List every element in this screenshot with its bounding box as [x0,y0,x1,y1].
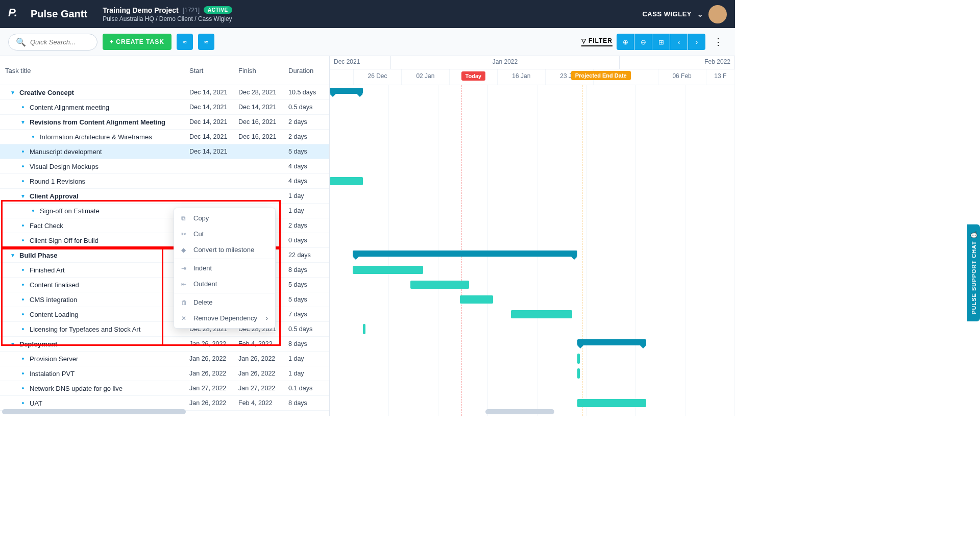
task-row[interactable]: •Sign-off on Estimate1 day [0,204,329,218]
gantt-bar[interactable] [363,324,365,334]
more-menu-button[interactable]: ⋮ [709,34,727,49]
gantt-bar[interactable] [577,399,646,407]
gantt-row[interactable] [330,218,735,233]
task-row[interactable]: •Visual Design Mockups4 days [0,159,329,174]
chevron-down-icon[interactable]: ▼ [19,119,27,125]
chevron-down-icon[interactable]: ▼ [9,341,16,347]
gantt-bar[interactable] [577,368,580,379]
gantt-row[interactable] [330,337,735,352]
gantt-row[interactable] [330,204,735,218]
gantt-bar[interactable] [577,354,580,364]
gantt-row[interactable] [330,278,735,292]
task-row[interactable]: •Content Alignment meetingDec 14, 2021De… [0,100,329,115]
zoom-out-button[interactable]: ⊖ [634,34,652,50]
task-list[interactable]: ▼Creative ConceptDec 14, 2021Dec 28, 202… [0,85,329,416]
gantt-row[interactable] [330,189,735,204]
task-row[interactable]: •Fact Check2 days [0,218,329,233]
task-row[interactable]: ▼Revisions from Content Alignment Meetin… [0,115,329,130]
chevron-down-icon[interactable]: ▼ [9,90,16,95]
gantt-bar[interactable] [577,339,646,345]
breadcrumb[interactable]: Pulse Australia HQ / Demo Client / Cass … [103,15,642,22]
gantt-bar[interactable] [460,295,493,304]
task-row[interactable]: •Content finalisedJan 3, 2022Jan 7, 2022… [0,278,329,292]
today-marker: Today [450,69,498,85]
gantt-row[interactable] [330,130,735,144]
trash-icon: 🗑 [181,299,188,306]
gantt-row[interactable] [330,396,735,411]
task-start: Dec 14, 2021 [189,89,238,96]
gantt-row[interactable] [330,248,735,263]
task-row[interactable]: •Content LoadingJan 17, 2022Jan 25, 2022… [0,307,329,322]
gantt-row[interactable] [330,381,735,396]
chevron-down-icon[interactable]: ▼ [19,193,27,199]
col-title[interactable]: Task title [0,67,189,74]
ctx-cut[interactable]: ✂Cut [174,226,275,242]
chevron-down-icon[interactable]: ▼ [9,253,16,258]
gantt-row[interactable] [330,352,735,366]
task-duration: 4 days [288,178,329,185]
avatar[interactable] [708,5,727,23]
scrollbar-h[interactable] [485,409,554,414]
task-row[interactable]: ▼Creative ConceptDec 14, 2021Dec 28, 202… [0,85,329,100]
task-row[interactable]: •Round 1 Revisions4 days [0,174,329,189]
gantt-row[interactable] [330,322,735,337]
logo-icon: P. [8,6,24,22]
col-duration[interactable]: Duration [288,67,329,74]
gantt-row[interactable] [330,115,735,130]
collapse-up-button[interactable]: ≈ [198,34,214,50]
ctx-indent[interactable]: ⇥Indent [174,260,275,276]
create-task-button[interactable]: + CREATE TASK [103,34,172,50]
ctx-remove-dep[interactable]: ✕Remove Dependency› [174,310,275,326]
prev-button[interactable]: ‹ [670,34,688,50]
gantt-bar[interactable] [330,88,363,94]
bullet-icon: • [19,399,27,407]
task-row[interactable]: •CMS integrationJan 10, 2022Jan 14, 2022… [0,292,329,307]
gantt-row[interactable] [330,233,735,248]
search-box[interactable]: 🔍 [8,34,97,51]
task-row[interactable]: •UATJan 26, 2022Feb 4, 20228 days [0,396,329,411]
search-input[interactable] [30,38,91,46]
task-row[interactable]: •Instalation PVTJan 26, 2022Jan 26, 2022… [0,366,329,381]
task-row[interactable]: •Network DNS update for go liveJan 27, 2… [0,381,329,396]
gantt-row[interactable] [330,144,735,159]
gantt-body[interactable] [330,85,735,416]
col-finish[interactable]: Finish [238,67,288,74]
task-row[interactable]: •Manuscript developmentDec 14, 20215 day… [0,144,329,159]
task-row[interactable]: •Finished Art8 days [0,263,329,278]
task-row[interactable]: ▼Build Phase22 days [0,248,329,263]
gantt-row[interactable] [330,263,735,278]
task-row[interactable]: •Licensing for Typefaces and Stock ArtDe… [0,322,329,337]
ctx-milestone[interactable]: ◆Convert to milestone [174,242,275,258]
task-name: Visual Design Mockups [30,163,99,170]
zoom-in-button[interactable]: ⊕ [617,34,634,50]
gantt-row[interactable] [330,100,735,115]
gantt-bar[interactable] [353,266,423,274]
ctx-outdent[interactable]: ⇤Outdent [174,276,275,292]
gantt-row[interactable] [330,159,735,174]
scrollbar-h[interactable] [2,409,186,414]
user-menu[interactable]: CASS WIGLEY ⌄ [642,5,727,23]
logo[interactable]: P. Pulse Gantt [8,6,87,22]
gantt-row[interactable] [330,85,735,100]
task-row[interactable]: •Client Sign Off for Build0 days [0,233,329,248]
col-start[interactable]: Start [189,67,238,74]
fit-button[interactable]: ⊞ [652,34,670,50]
gantt-bar[interactable] [410,281,469,289]
gantt-row[interactable] [330,292,735,307]
filter-button[interactable]: ▽ FILTER [581,37,612,46]
task-row[interactable]: •Provision ServerJan 26, 2022Jan 26, 202… [0,352,329,366]
task-row[interactable]: ▼DeploymentJan 26, 2022Feb 4, 20228 days [0,337,329,352]
expand-down-button[interactable]: ≈ [177,34,193,50]
ctx-copy[interactable]: ⧉Copy [174,210,275,226]
gantt-bar[interactable] [511,310,572,318]
gantt-bar[interactable] [330,177,363,185]
bullet-icon: • [19,310,27,318]
task-row[interactable]: ▼Client Approval1 day [0,189,329,204]
next-button[interactable]: › [688,34,705,50]
task-row[interactable]: •Information Architecture & WireframesDe… [0,130,329,144]
gantt-row[interactable] [330,307,735,322]
ctx-delete[interactable]: 🗑Delete [174,294,275,310]
gantt-row[interactable] [330,174,735,189]
gantt-row[interactable] [330,366,735,381]
gantt-bar[interactable] [353,251,577,257]
